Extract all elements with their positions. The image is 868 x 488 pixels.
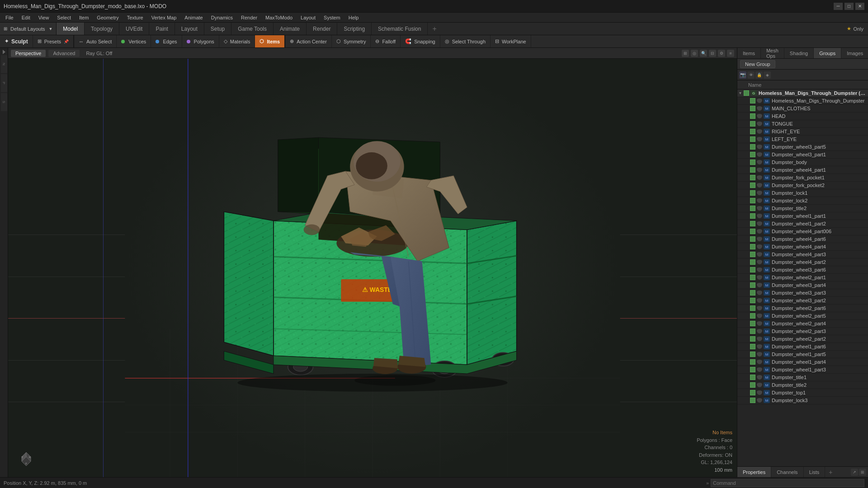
list-item[interactable]: M Dumpster_wheel4_part2	[737, 258, 868, 266]
menu-item[interactable]: Item	[75, 14, 92, 21]
only-button[interactable]: ★ Only	[842, 23, 868, 35]
list-item[interactable]: M Dumpster_body	[737, 159, 868, 166]
item-check[interactable]	[750, 352, 755, 357]
tab-setup[interactable]: Setup	[204, 23, 231, 35]
list-item[interactable]: M TONGUE	[737, 120, 868, 128]
item-eye-icon[interactable]	[757, 229, 762, 234]
list-item[interactable]: M Dumpster_wheel3_part1	[737, 151, 868, 159]
symmetry-button[interactable]: ⬡ Symmetry	[332, 35, 371, 47]
item-eye-icon[interactable]	[757, 398, 762, 403]
item-eye-icon[interactable]	[757, 221, 762, 226]
vp-icon-4[interactable]: ⚙	[718, 50, 725, 57]
menu-dynamics[interactable]: Dynamics	[208, 14, 236, 21]
item-eye-icon[interactable]	[757, 337, 762, 341]
list-item[interactable]: M Dumpster_wheel1_part2	[737, 220, 868, 228]
item-eye-icon[interactable]	[757, 360, 762, 364]
menu-help[interactable]: Help	[345, 14, 363, 21]
item-check[interactable]	[750, 198, 755, 203]
list-item[interactable]: M Dumpster_wheel1_part6	[737, 343, 868, 351]
command-input[interactable]	[711, 479, 864, 487]
menu-vertexmap[interactable]: Vertex Map	[148, 14, 180, 21]
item-check[interactable]	[750, 375, 755, 380]
item-eye-icon[interactable]	[757, 375, 762, 380]
list-item[interactable]: M Dumpster_wheel2_part2	[737, 335, 868, 343]
bottom-tab-channels[interactable]: Channels	[771, 467, 803, 477]
item-eye-icon[interactable]	[757, 260, 762, 264]
item-eye-icon[interactable]	[757, 390, 762, 395]
item-eye-icon[interactable]	[757, 129, 762, 134]
list-item[interactable]: M Dumpster_wheel3_part5	[737, 143, 868, 151]
bottom-tab-lists[interactable]: Lists	[804, 467, 826, 477]
list-item[interactable]: M Dumpster_wheel1_part4	[737, 358, 868, 366]
item-check[interactable]	[750, 144, 755, 150]
tab-topology[interactable]: Topology	[85, 23, 119, 35]
tab-scripting[interactable]: Scripting	[337, 23, 372, 35]
item-eye-icon[interactable]	[757, 306, 762, 310]
vp-icon-zoom[interactable]: 🔍	[700, 50, 707, 57]
panel-btn-lock[interactable]: 🔒	[755, 71, 763, 79]
item-eye-icon[interactable]	[757, 314, 762, 318]
bottom-panel-btn-1[interactable]: ↗	[851, 469, 858, 476]
menu-file[interactable]: File	[2, 14, 17, 21]
item-check[interactable]	[750, 359, 755, 365]
sidebar-btn-3[interactable]: S	[1, 93, 7, 111]
item-eye-icon[interactable]	[757, 252, 762, 257]
item-check[interactable]	[750, 167, 755, 173]
item-check[interactable]	[750, 160, 755, 165]
right-tab-images[interactable]: Images	[841, 48, 868, 58]
sidebar-collapse-button[interactable]	[3, 50, 5, 54]
item-eye-icon[interactable]	[757, 145, 762, 149]
panel-btn-eye[interactable]: 👁	[747, 71, 755, 79]
item-eye-icon[interactable]	[757, 122, 762, 126]
right-tab-shading[interactable]: Shading	[784, 48, 814, 58]
item-check[interactable]	[750, 321, 755, 326]
list-item[interactable]: M Dumpster_lock1	[737, 189, 868, 197]
list-item[interactable]: M Dumpster_wheel4_part006	[737, 228, 868, 235]
menu-animate[interactable]: Animate	[181, 14, 206, 21]
item-check[interactable]	[750, 259, 755, 265]
list-item[interactable]: M Dumpster_top1	[737, 389, 868, 397]
list-item[interactable]: M RIGHT_EYE	[737, 128, 868, 136]
item-check[interactable]	[750, 336, 755, 342]
list-item[interactable]: M Dumpster_lock3	[737, 397, 868, 404]
item-check[interactable]	[750, 290, 755, 296]
item-check[interactable]	[750, 252, 755, 257]
item-check[interactable]	[750, 175, 755, 180]
item-check[interactable]	[750, 113, 755, 119]
list-item[interactable]: M Dumpster_fork_pocket1	[737, 174, 868, 182]
snapping-button[interactable]: 🧲 Snapping	[401, 35, 440, 47]
item-check[interactable]	[750, 121, 755, 127]
bottom-panel-btn-2[interactable]: ⊞	[859, 469, 866, 476]
item-eye-icon[interactable]	[757, 198, 762, 203]
item-eye-icon[interactable]	[757, 168, 762, 172]
right-tab-items[interactable]: Items	[737, 48, 761, 58]
item-eye-icon[interactable]	[757, 321, 762, 326]
list-item[interactable]: M Dumpster_wheel1_part5	[737, 351, 868, 358]
menu-view[interactable]: View	[35, 14, 53, 21]
bottom-tab-properties[interactable]: Properties	[737, 467, 771, 477]
sculpt-button[interactable]: ✦ Sculpt	[0, 35, 33, 47]
item-check[interactable]	[750, 152, 755, 157]
edges-button[interactable]: Edges	[151, 35, 182, 47]
item-check[interactable]	[750, 213, 755, 219]
list-item[interactable]: M Dumpster_wheel3_part3	[737, 289, 868, 297]
vp-icon-1[interactable]: ⊞	[682, 50, 689, 57]
add-tab-button[interactable]: +	[428, 23, 441, 35]
right-tab-groups[interactable]: Groups	[814, 48, 841, 58]
item-check[interactable]	[750, 313, 755, 319]
action-center-button[interactable]: ⊕ Action Center	[285, 35, 332, 47]
minimize-button[interactable]: ─	[834, 3, 843, 10]
tab-paint[interactable]: Paint	[149, 23, 175, 35]
item-eye-icon[interactable]	[757, 329, 762, 333]
items-list[interactable]: ▾ G Homeless_Man_Digs_Through_Dumpster (…	[737, 89, 868, 466]
workplane-button[interactable]: ⊟ WorkPlane	[491, 35, 531, 47]
tab-layout[interactable]: Layout	[175, 23, 204, 35]
item-eye-icon[interactable]	[757, 137, 762, 141]
list-item[interactable]: M Dumpster_title1	[737, 374, 868, 381]
viewport[interactable]: Perspective Advanced Ray GL: Off ⊞ ◎ 🔍 ⊟…	[8, 48, 737, 477]
menu-layout[interactable]: Layout	[297, 14, 319, 21]
list-item[interactable]: M HEAD	[737, 113, 868, 120]
item-check[interactable]	[750, 398, 755, 403]
menu-select[interactable]: Select	[53, 14, 75, 21]
item-check[interactable]	[750, 282, 755, 288]
